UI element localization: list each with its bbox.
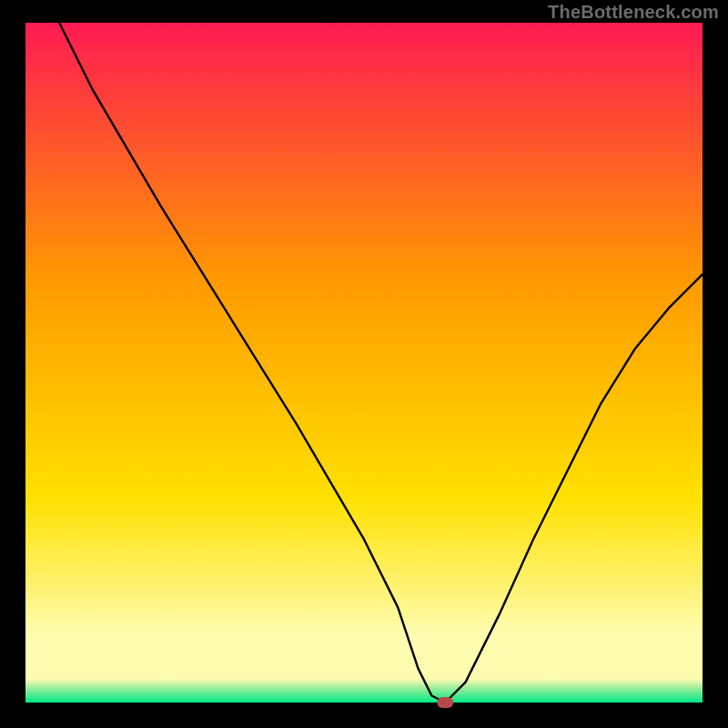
attribution-watermark: TheBottleneck.com — [548, 2, 719, 23]
optimal-point-marker — [437, 697, 453, 708]
bottleneck-chart — [0, 0, 728, 728]
chart-stage: TheBottleneck.com — [0, 0, 728, 728]
plot-background — [25, 23, 703, 703]
